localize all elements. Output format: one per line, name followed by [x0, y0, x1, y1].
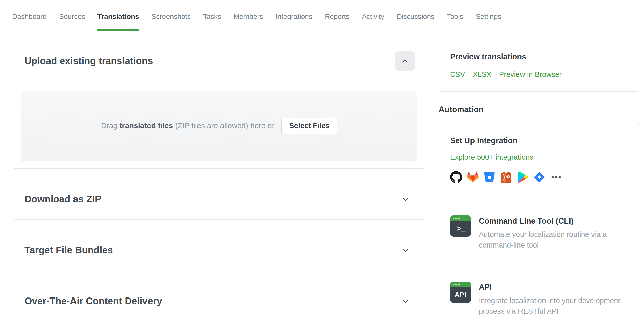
chevron-down-icon[interactable]: [401, 195, 409, 203]
target-file-bundles-card[interactable]: Target File Bundles: [12, 230, 426, 270]
main-column: Upload existing translations Drag transl…: [12, 40, 426, 321]
tab-members[interactable]: Members: [234, 0, 263, 31]
preview-translations-title: Preview translations: [450, 52, 629, 61]
api-card-text: API Integrate localization into your dev…: [479, 282, 629, 316]
upload-card-title: Upload existing translations: [24, 56, 153, 66]
csv-link[interactable]: CSV: [450, 70, 465, 79]
integration-icons-row: [450, 171, 629, 183]
terminal-icon: >_: [450, 215, 471, 237]
tab-tools[interactable]: Tools: [447, 0, 463, 31]
select-files-button[interactable]: Select Files: [281, 118, 337, 134]
page-layout: Upload existing translations Drag transl…: [0, 31, 644, 325]
api-card-title: API: [479, 283, 629, 292]
automation-heading: Automation: [439, 105, 640, 114]
more-integrations-icon[interactable]: [550, 171, 562, 183]
tab-integrations[interactable]: Integrations: [276, 0, 312, 31]
gitlab-icon[interactable]: [467, 171, 479, 183]
chevron-down-icon[interactable]: [401, 297, 409, 305]
set-up-integration-card: Set Up Integration Explore 500+ integrat…: [439, 123, 640, 195]
tab-discussions[interactable]: Discussions: [397, 0, 434, 31]
window-dot-icon: [458, 284, 460, 285]
window-dot-icon: [455, 218, 457, 219]
download-as-zip-title: Download as ZIP: [24, 194, 101, 205]
jira-icon[interactable]: [533, 171, 546, 183]
cli-card-title: Command Line Tool (CLI): [479, 216, 629, 226]
tab-tasks[interactable]: Tasks: [203, 0, 221, 31]
tab-settings[interactable]: Settings: [476, 0, 501, 31]
window-dot-icon: [458, 218, 460, 219]
github-icon[interactable]: [450, 171, 462, 183]
explore-integrations-link[interactable]: Explore 500+ integrations: [450, 153, 533, 161]
dropzone-text: Drag translated files (ZIP files are all…: [101, 121, 274, 130]
dropzone-text-bold: translated files: [119, 121, 173, 130]
upload-translations-card: Upload existing translations Drag transl…: [12, 40, 426, 169]
preview-translations-card: Preview translations CSV XLSX Preview in…: [439, 40, 640, 92]
cli-card-description: Automate your localization routine via a…: [479, 229, 629, 250]
tab-dashboard[interactable]: Dashboard: [12, 0, 47, 31]
terminal-prompt-glyph: >_: [450, 221, 471, 237]
git-icon[interactable]: [500, 171, 512, 183]
sidebar: Preview translations CSV XLSX Preview in…: [439, 40, 640, 325]
chevron-up-icon: [401, 57, 409, 65]
api-icon-titlebar: [450, 282, 471, 287]
cli-card-text: Command Line Tool (CLI) Automate your lo…: [479, 215, 629, 250]
set-up-integration-title: Set Up Integration: [450, 136, 629, 145]
tab-activity[interactable]: Activity: [362, 0, 384, 31]
window-dot-icon: [455, 284, 457, 285]
file-dropzone[interactable]: Drag translated files (ZIP files are all…: [21, 91, 417, 161]
xlsx-link[interactable]: XLSX: [473, 70, 491, 79]
tab-translations[interactable]: Translations: [97, 0, 139, 31]
api-icon-label: API: [450, 287, 471, 303]
tab-reports[interactable]: Reports: [325, 0, 350, 31]
bitbucket-icon[interactable]: [483, 171, 496, 183]
collapse-button[interactable]: [395, 51, 415, 71]
target-file-bundles-title: Target File Bundles: [24, 245, 113, 256]
api-card[interactable]: API API Integrate localization into your…: [439, 271, 640, 325]
window-dot-icon: [453, 284, 454, 285]
upload-card-body: Drag translated files (ZIP files are all…: [12, 82, 426, 168]
preview-links: CSV XLSX Preview in Browser: [450, 70, 629, 79]
tab-sources[interactable]: Sources: [59, 0, 85, 31]
top-nav: Dashboard Sources Translations Screensho…: [0, 0, 644, 31]
api-icon: API: [450, 282, 471, 303]
api-card-description: Integrate localization into your develop…: [479, 295, 629, 316]
chevron-down-icon[interactable]: [401, 246, 409, 254]
google-play-icon[interactable]: [517, 171, 529, 183]
preview-in-browser-link[interactable]: Preview in Browser: [499, 70, 562, 79]
download-as-zip-card[interactable]: Download as ZIP: [12, 179, 426, 220]
ota-content-delivery-title: Over-The-Air Content Delivery: [24, 296, 162, 307]
ota-content-delivery-card[interactable]: Over-The-Air Content Delivery: [12, 281, 426, 321]
tab-screenshots[interactable]: Screenshots: [152, 0, 191, 31]
window-dot-icon: [453, 218, 454, 219]
upload-card-header: Upload existing translations: [12, 40, 426, 82]
terminal-icon-titlebar: [450, 215, 471, 221]
cli-card[interactable]: >_ Command Line Tool (CLI) Automate your…: [439, 205, 640, 261]
